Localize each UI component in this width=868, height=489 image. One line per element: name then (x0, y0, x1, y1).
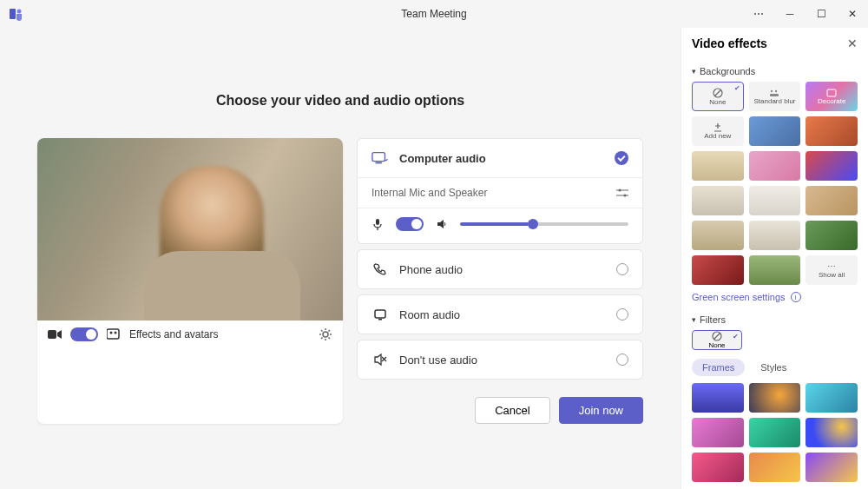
background-tile[interactable] (806, 221, 858, 250)
title-bar: Team Meeting ⋯ ─ ☐ ✕ (0, 0, 868, 28)
room-audio-card: Room audio (357, 294, 643, 334)
no-audio-card: Don't use audio (357, 340, 643, 380)
computer-audio-option[interactable]: Computer audio (358, 139, 642, 177)
video-effects-panel: Video effects ✕ Backgrounds ✔ None Stand… (681, 28, 868, 489)
audio-device-settings-icon[interactable] (616, 188, 628, 198)
svg-line-28 (714, 334, 720, 340)
window-title: Team Meeting (401, 8, 466, 20)
volume-slider[interactable] (460, 222, 628, 226)
svg-point-20 (771, 89, 773, 91)
svg-rect-0 (10, 9, 16, 19)
frame-tile[interactable] (806, 418, 858, 447)
background-decorate-tile[interactable]: Decorate (806, 82, 858, 111)
svg-rect-7 (372, 153, 385, 162)
phone-audio-option[interactable]: Phone audio (358, 250, 642, 288)
minimize-button[interactable]: ─ (774, 0, 806, 28)
phone-audio-card: Phone audio (357, 249, 643, 289)
frame-tile[interactable] (749, 383, 801, 413)
phone-icon (372, 262, 389, 276)
close-window-button[interactable]: ✕ (837, 0, 868, 28)
background-tile[interactable] (692, 255, 744, 285)
frame-tile[interactable] (749, 453, 801, 482)
background-tile[interactable] (749, 255, 801, 285)
svg-point-1 (17, 10, 22, 14)
cancel-button[interactable]: Cancel (475, 397, 549, 424)
effects-avatars-icon (107, 328, 121, 340)
video-preview (37, 138, 343, 320)
effects-avatars-label[interactable]: Effects and avatars (129, 328, 310, 340)
background-tile[interactable] (806, 116, 858, 146)
video-preview-card: Effects and avatars (37, 138, 343, 424)
filters-section-title[interactable]: Filters (692, 314, 858, 325)
svg-point-4 (110, 332, 113, 334)
info-icon: i (791, 292, 801, 302)
frame-tile[interactable] (749, 418, 801, 447)
audio-device-row[interactable]: Internal Mic and Speaker (358, 177, 642, 208)
panel-title: Video effects (692, 36, 767, 50)
tab-styles[interactable]: Styles (750, 359, 797, 376)
background-show-all-tile[interactable]: ⋯ Show all (806, 255, 858, 285)
frame-tile[interactable] (692, 453, 744, 482)
svg-point-6 (323, 332, 328, 337)
phone-audio-label: Phone audio (399, 263, 606, 276)
window-controls: ⋯ ─ ☐ ✕ (743, 0, 868, 28)
background-tile[interactable] (749, 221, 801, 250)
svg-rect-3 (107, 329, 119, 339)
green-screen-settings-link[interactable]: Green screen settings i (692, 292, 858, 302)
computer-audio-radio[interactable] (615, 151, 628, 165)
filter-none-tile[interactable]: ✔ None (692, 330, 742, 350)
phone-audio-radio[interactable] (616, 263, 628, 275)
frames-grid (692, 383, 858, 482)
frame-tile[interactable] (692, 383, 744, 413)
room-audio-icon (372, 307, 389, 321)
maximize-button[interactable]: ☐ (806, 0, 837, 28)
background-tile[interactable] (692, 221, 744, 250)
backgrounds-section-title[interactable]: Backgrounds (692, 66, 858, 76)
audio-device-label: Internal Mic and Speaker (372, 187, 487, 199)
background-tile[interactable] (749, 186, 801, 215)
join-now-button[interactable]: Join now (559, 397, 643, 424)
more-options-button[interactable]: ⋯ (743, 0, 774, 28)
svg-rect-15 (378, 319, 382, 320)
svg-rect-14 (375, 310, 385, 318)
svg-rect-13 (376, 219, 379, 225)
no-audio-icon (372, 353, 389, 367)
background-tile[interactable] (692, 151, 744, 181)
background-tile[interactable] (806, 186, 858, 215)
background-standard-blur-tile[interactable]: Standard blur (749, 82, 801, 111)
background-tile[interactable] (692, 186, 744, 215)
backgrounds-grid: ✔ None Standard blur Decorate Add new (692, 82, 858, 285)
room-audio-option[interactable]: Room audio (358, 295, 642, 334)
background-tile[interactable] (749, 151, 801, 181)
computer-audio-label: Computer audio (399, 152, 604, 165)
svg-rect-22 (770, 94, 779, 96)
frame-tile[interactable] (806, 383, 858, 413)
tab-frames[interactable]: Frames (692, 359, 745, 376)
svg-rect-23 (827, 89, 836, 96)
svg-line-19 (714, 89, 720, 96)
frame-tile[interactable] (806, 453, 858, 482)
svg-point-5 (115, 332, 117, 334)
computer-audio-icon (372, 151, 389, 165)
svg-point-21 (775, 89, 777, 91)
gear-icon[interactable] (319, 327, 332, 341)
background-tile[interactable] (806, 151, 858, 181)
page-heading: Choose your video and audio options (216, 93, 464, 109)
no-audio-radio[interactable] (616, 354, 628, 366)
frame-tile[interactable] (692, 418, 744, 447)
background-tile[interactable] (749, 116, 801, 146)
mic-toggle[interactable] (396, 217, 424, 231)
background-add-new-tile[interactable]: Add new (692, 116, 744, 146)
room-audio-label: Room audio (399, 308, 606, 321)
video-toolbar: Effects and avatars (37, 320, 343, 348)
camera-toggle[interactable] (70, 327, 98, 341)
svg-rect-8 (376, 162, 382, 164)
app-icon (9, 7, 23, 21)
no-audio-option[interactable]: Don't use audio (358, 340, 642, 379)
computer-audio-card: Computer audio Internal Mic and Speaker (357, 138, 643, 244)
close-panel-button[interactable]: ✕ (847, 36, 858, 50)
camera-icon (48, 329, 62, 340)
background-none-tile[interactable]: ✔ None (692, 82, 744, 111)
room-audio-radio[interactable] (616, 308, 628, 320)
mic-icon (372, 218, 384, 230)
